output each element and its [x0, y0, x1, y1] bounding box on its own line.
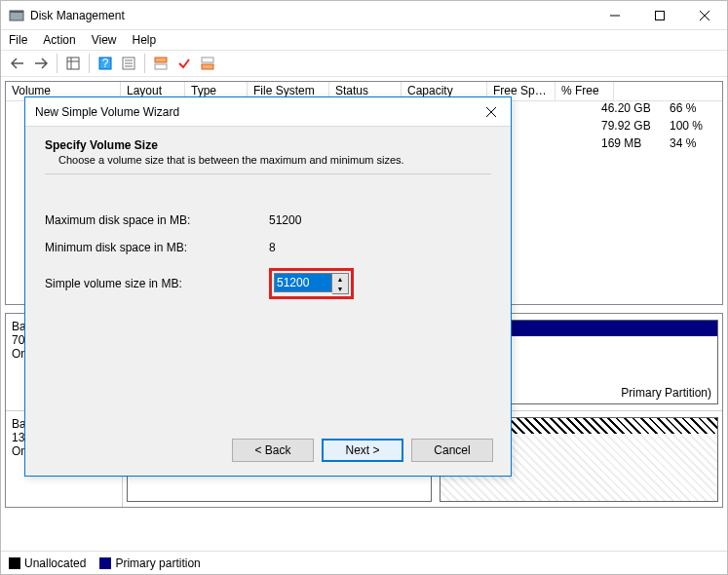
menu-file[interactable]: File — [9, 33, 27, 47]
max-space-value: 51200 — [269, 213, 301, 227]
svg-rect-15 — [155, 58, 167, 62]
menu-action[interactable]: Action — [43, 33, 75, 47]
cell-freespace: 46.20 GB — [595, 101, 664, 119]
field-volume-size: Simple volume size in MB: ▲ ▼ — [45, 268, 491, 299]
svg-rect-17 — [202, 58, 213, 62]
back-icon[interactable] — [7, 53, 28, 74]
swatch-unallocated-icon — [9, 557, 20, 569]
min-space-value: 8 — [269, 241, 276, 254]
svg-rect-18 — [202, 64, 213, 69]
legend: Unallocated Primary partition — [1, 551, 727, 574]
maximize-button[interactable] — [637, 1, 682, 30]
volume-size-input[interactable] — [274, 273, 332, 292]
spinner-up-button[interactable]: ▲ — [332, 274, 348, 284]
min-space-label: Minimum disk space in MB: — [45, 241, 269, 254]
close-button[interactable] — [682, 1, 727, 30]
toolbar-separator — [57, 54, 57, 73]
col-pctfree[interactable]: % Free — [556, 82, 614, 100]
list-top-icon[interactable] — [150, 53, 172, 74]
toolbar: ? — [1, 50, 727, 77]
dialog-divider — [45, 173, 491, 174]
cell-freespace: 79.92 GB — [595, 119, 664, 136]
window-titlebar: Disk Management — [1, 1, 727, 30]
dialog-titlebar: New Simple Volume Wizard — [25, 97, 511, 127]
table-row[interactable]: 46.20 GB 66 % — [595, 101, 722, 119]
svg-rect-3 — [656, 11, 665, 19]
list-bottom-icon[interactable] — [197, 53, 218, 74]
max-space-label: Maximum disk space in MB: — [45, 213, 269, 227]
close-icon — [486, 107, 496, 117]
volume-size-label: Simple volume size in MB: — [45, 277, 269, 290]
disk-management-icon — [9, 8, 24, 23]
svg-rect-1 — [10, 11, 23, 13]
legend-item-primary: Primary partition — [99, 556, 200, 570]
dialog-title: New Simple Volume Wizard — [35, 105, 179, 119]
dialog-heading: Specify Volume Size — [45, 138, 491, 152]
dialog-close-button[interactable] — [472, 97, 511, 127]
spinner-down-button[interactable]: ▼ — [332, 284, 348, 293]
svg-text:?: ? — [102, 57, 109, 70]
swatch-primary-icon — [99, 557, 111, 569]
cell-pctfree: 100 % — [664, 119, 722, 136]
cell-pctfree: 34 % — [664, 136, 722, 154]
layout-icon[interactable] — [62, 53, 84, 74]
partition-status: Primary Partition) — [621, 386, 711, 400]
settings-icon[interactable] — [118, 53, 139, 74]
forward-icon[interactable] — [30, 53, 52, 74]
toolbar-separator — [89, 54, 90, 73]
window-title: Disk Management — [30, 9, 125, 22]
table-row[interactable]: 169 MB 34 % — [595, 136, 722, 154]
svg-rect-16 — [155, 64, 167, 69]
menu-bar: File Action View Help — [1, 30, 727, 50]
toolbar-separator — [144, 54, 145, 73]
check-icon[interactable] — [173, 53, 195, 74]
menu-view[interactable]: View — [92, 33, 117, 47]
svg-rect-6 — [67, 58, 79, 69]
volume-size-highlight: ▲ ▼ — [269, 268, 354, 299]
legend-item-unallocated: Unallocated — [9, 556, 86, 570]
cell-pctfree: 66 % — [664, 101, 722, 119]
cell-freespace: 169 MB — [595, 136, 664, 154]
minimize-button[interactable] — [593, 1, 637, 30]
help-icon[interactable]: ? — [95, 53, 116, 74]
next-button[interactable]: Next > — [322, 439, 403, 462]
dialog-subheading: Choose a volume size that is between the… — [58, 154, 491, 166]
cancel-button[interactable]: Cancel — [411, 439, 493, 462]
new-simple-volume-wizard-dialog: New Simple Volume Wizard Specify Volume … — [24, 96, 512, 477]
legend-label: Primary partition — [115, 556, 200, 570]
field-max-space: Maximum disk space in MB: 51200 — [45, 213, 491, 227]
menu-help[interactable]: Help — [133, 33, 157, 47]
back-button[interactable]: < Back — [232, 439, 314, 462]
table-row[interactable]: 79.92 GB 100 % — [595, 119, 722, 136]
field-min-space: Minimum disk space in MB: 8 — [45, 241, 491, 254]
legend-label: Unallocated — [24, 556, 86, 570]
